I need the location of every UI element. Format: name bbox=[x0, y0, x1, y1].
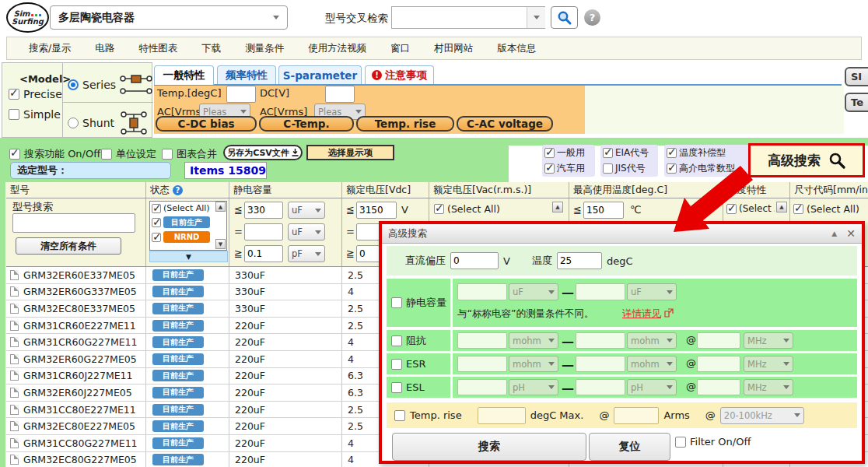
col-header-status[interactable]: 状态? bbox=[146, 182, 229, 198]
col-header-capacitance[interactable]: 静电容量 bbox=[229, 182, 342, 198]
precise-checkbox[interactable]: Precise bbox=[9, 88, 62, 100]
side-button-2[interactable]: Te bbox=[845, 93, 868, 112]
esr-to-unit[interactable]: mohm bbox=[627, 356, 677, 372]
esr-from-unit[interactable]: mohm bbox=[509, 356, 558, 372]
cap-to-unit-select[interactable]: uF bbox=[627, 283, 677, 300]
cap-to-input[interactable] bbox=[576, 283, 625, 300]
vdc-max-input[interactable] bbox=[356, 202, 397, 219]
col-header-size-code[interactable]: 尺寸代码[mm/inch] bbox=[790, 182, 868, 198]
col-header-max-temp[interactable]: 最高使用温度[deg.C] bbox=[569, 182, 723, 198]
esl-to-unit[interactable]: pH bbox=[627, 379, 677, 395]
menu-item[interactable]: 测量条件 bbox=[245, 42, 284, 55]
status-help-icon[interactable]: ? bbox=[173, 185, 183, 195]
menu-item[interactable]: 电路 bbox=[95, 42, 114, 55]
esr-enable[interactable]: ESR bbox=[387, 353, 450, 374]
search-onoff-checkbox[interactable]: 搜索功能 On/Off bbox=[9, 147, 100, 161]
esr-from-input[interactable] bbox=[457, 356, 507, 372]
impedance-enable[interactable]: 阻抗 bbox=[387, 330, 450, 351]
c-dc-bias-button[interactable]: C-DC bias bbox=[156, 116, 257, 132]
simple-checkbox[interactable]: Simple bbox=[9, 108, 61, 121]
temp-rise-max-input[interactable] bbox=[478, 407, 526, 424]
cap-max-unit-select[interactable]: uF bbox=[288, 202, 325, 219]
menu-item[interactable]: 特性图表 bbox=[138, 42, 177, 55]
col-header-vdc[interactable]: 额定电压[Vdc] bbox=[342, 182, 429, 198]
esl-from-unit[interactable]: pH bbox=[509, 379, 558, 395]
menu-item[interactable]: 版本信息 bbox=[497, 42, 536, 55]
col-header-model[interactable]: 型号 bbox=[6, 182, 146, 198]
temp-char-select-all[interactable]: (Select A bbox=[726, 203, 775, 214]
impedance-from-unit[interactable]: mohm bbox=[509, 332, 558, 349]
temp-input[interactable] bbox=[226, 86, 256, 103]
save-csv-button[interactable]: 另存为CSV文件 bbox=[223, 145, 303, 160]
filter-onoff-checkbox[interactable]: Filter On/Off bbox=[675, 436, 751, 448]
advanced-search-button[interactable]: 高级搜索 bbox=[748, 143, 865, 177]
status-option-active[interactable]: 目前生产 bbox=[150, 215, 226, 230]
esl-to-input[interactable] bbox=[576, 379, 625, 395]
dialog-search-button[interactable]: 搜索 bbox=[392, 433, 586, 461]
search-button[interactable] bbox=[551, 6, 578, 29]
model-search-input[interactable] bbox=[12, 213, 135, 233]
menu-item[interactable]: 村田网站 bbox=[434, 42, 473, 55]
automotive-checkbox[interactable]: 汽车用 bbox=[544, 162, 593, 175]
temp-rise-freq-select[interactable]: 20-100kHz bbox=[720, 407, 804, 424]
chart-merge-checkbox[interactable]: 图表合并 bbox=[162, 147, 217, 161]
capacitance-enable[interactable]: 静电容量 bbox=[387, 279, 450, 327]
collapse-icon[interactable]: ▲ bbox=[831, 230, 837, 237]
esl-freq-input[interactable] bbox=[697, 379, 740, 395]
dc-bias-input[interactable] bbox=[450, 252, 499, 269]
tab-notice[interactable]: ! 注意事项 bbox=[365, 65, 434, 84]
cap-from-unit-select[interactable]: uF bbox=[509, 283, 558, 300]
cap-min-input[interactable] bbox=[244, 245, 283, 262]
impedance-to-input[interactable] bbox=[576, 332, 625, 349]
tab-s-parameter[interactable]: S-parameter bbox=[278, 65, 362, 84]
tab-general[interactable]: 一般特性 bbox=[154, 65, 214, 85]
dialog-temp-input[interactable] bbox=[557, 252, 602, 269]
jis-code-checkbox[interactable]: JIS代号 bbox=[603, 162, 656, 175]
size-select-all[interactable]: (Select All) bbox=[793, 203, 859, 215]
esl-freq-unit[interactable]: MHz bbox=[744, 379, 793, 395]
impedance-from-input[interactable] bbox=[457, 332, 507, 349]
esr-freq-unit[interactable]: MHz bbox=[744, 356, 793, 372]
select-display-items-button[interactable]: 选择显示项 bbox=[306, 145, 394, 160]
col-header-vac[interactable]: 额定电压[Vac(r.m.s.)] bbox=[429, 182, 569, 198]
menu-item[interactable]: 下载 bbox=[201, 42, 221, 55]
c-ac-voltage-button[interactable]: C-AC voltage bbox=[457, 116, 553, 132]
cap-min-unit-select[interactable]: pF bbox=[288, 245, 325, 262]
scroll-up-icon[interactable]: ▲ bbox=[215, 202, 226, 212]
tab-frequency[interactable]: 频率特性 bbox=[217, 65, 276, 84]
col-header-temp-char[interactable]: 温度特性 bbox=[723, 182, 790, 198]
product-select[interactable]: 多层陶瓷电容器 bbox=[50, 5, 288, 30]
dialog-reset-button[interactable]: 复位 bbox=[589, 433, 670, 461]
impedance-to-unit[interactable]: mohm bbox=[627, 332, 677, 349]
cross-search-dropdown[interactable] bbox=[527, 7, 545, 28]
menu-item[interactable]: 窗口 bbox=[390, 42, 410, 55]
max-temp-input[interactable] bbox=[583, 202, 624, 219]
impedance-freq-unit[interactable]: MHz bbox=[744, 332, 793, 349]
temp-compensating-checkbox[interactable]: 温度补偿型 bbox=[667, 146, 747, 160]
cap-max-input[interactable] bbox=[244, 202, 283, 219]
esl-from-input[interactable] bbox=[457, 379, 507, 395]
scroll-down-icon[interactable]: ▼ bbox=[215, 239, 226, 249]
menu-item[interactable]: 使用方法视频 bbox=[308, 42, 366, 55]
status-expand-strip[interactable]: ▼ bbox=[149, 251, 228, 262]
checkbox-icon[interactable] bbox=[394, 410, 405, 421]
side-button-1[interactable]: SI bbox=[845, 67, 868, 86]
general-use-checkbox[interactable]: 一般用 bbox=[544, 146, 593, 160]
help-icon[interactable]: ? bbox=[584, 9, 600, 26]
temp-rise-button[interactable]: Temp. rise bbox=[356, 116, 454, 132]
unit-setting-checkbox[interactable]: 单位设定 bbox=[101, 147, 156, 161]
esl-enable[interactable]: ESL bbox=[387, 377, 450, 398]
impedance-freq-input[interactable] bbox=[697, 332, 740, 349]
dc-input[interactable] bbox=[325, 86, 355, 103]
cross-search-input[interactable] bbox=[392, 7, 526, 28]
shunt-radio[interactable]: Shunt bbox=[68, 111, 149, 135]
dialog-titlebar[interactable]: 高级搜索 ▲ ✕ bbox=[382, 224, 862, 244]
cross-search-combobox[interactable] bbox=[391, 6, 545, 29]
c-temp-button[interactable]: C-Temp. bbox=[259, 116, 354, 132]
clear-all-conditions-button[interactable]: 清空所有条件 bbox=[16, 237, 121, 255]
close-icon[interactable]: ✕ bbox=[846, 228, 856, 239]
esr-freq-input[interactable] bbox=[697, 356, 740, 372]
cap-from-input[interactable] bbox=[457, 283, 507, 300]
scroll-up-icon[interactable]: ▲ bbox=[552, 202, 563, 212]
temp-rise-current-input[interactable] bbox=[614, 407, 659, 424]
